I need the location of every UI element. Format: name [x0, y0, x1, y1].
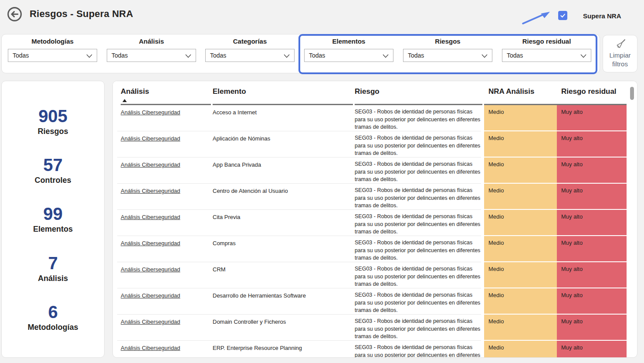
kpi-value: 6 — [28, 302, 78, 322]
filter-label: Análisis — [107, 38, 196, 45]
table-row: Análisis CiberseguridadDesarrollo de Her… — [113, 288, 637, 315]
column-header-riesgo-residual[interactable]: Riesgo residual — [557, 87, 627, 96]
riesgo-residual-cell: Muy alto — [557, 105, 627, 131]
table-body: Análisis CiberseguridadAcceso a Internet… — [113, 105, 637, 358]
chevron-down-icon — [86, 54, 92, 58]
column-header-elemento[interactable]: Elemento — [213, 87, 348, 96]
checkmark-icon — [559, 12, 566, 19]
analisis-link[interactable]: Análisis Ciberseguridad — [121, 214, 180, 220]
riesgo-cell: SEG03 - Robos de identidad de personas f… — [355, 291, 482, 315]
elemento-cell: CRM — [213, 266, 226, 273]
dropdown-value: Todas — [507, 52, 523, 59]
table-row: Análisis CiberseguridadAcceso a Internet… — [113, 105, 637, 131]
filter-group-riesgo-residual: Riesgo residualTodas — [502, 38, 591, 62]
kpi-card-metodologías: 6Metodologías — [28, 302, 78, 332]
chevron-down-icon — [481, 54, 488, 58]
analisis-link[interactable]: Análisis Ciberseguridad — [121, 188, 180, 194]
nra-analisis-cell: Medio — [484, 158, 557, 183]
nra-analisis-cell: Medio — [484, 210, 557, 236]
kpi-panel: 905Riesgos57Controles99Elementos7Análisi… — [1, 81, 105, 358]
riesgo-residual-cell: Muy alto — [557, 236, 627, 262]
riesgo-residual-cell: Muy alto — [557, 210, 627, 236]
clear-filters-button[interactable]: Limpiar filtros — [603, 35, 637, 72]
nra-analisis-cell: Medio — [484, 105, 557, 131]
elemento-cell: Domain Controller y Ficheros — [213, 318, 286, 325]
table-scrollbar-thumb[interactable] — [630, 87, 634, 100]
kpi-label: Metodologías — [28, 323, 78, 332]
nra-analisis-cell: Medio — [484, 184, 557, 209]
analisis-link[interactable]: Análisis Ciberseguridad — [121, 240, 180, 247]
table-row: Análisis CiberseguridadComprasSEG03 - Ro… — [113, 236, 637, 262]
chevron-down-icon — [580, 54, 586, 58]
dropdown-value: Todas — [408, 52, 424, 59]
riesgo-cell: SEG03 - Robos de identidad de personas f… — [355, 265, 482, 288]
filter-dropdown[interactable]: Todas — [502, 49, 591, 62]
analisis-link[interactable]: Análisis Ciberseguridad — [121, 266, 180, 273]
filter-dropdown[interactable]: Todas — [8, 49, 97, 62]
riesgo-residual-cell: Muy alto — [557, 341, 627, 358]
elemento-cell: ERP. Enterprise Resource Planning — [213, 345, 302, 351]
filter-label: Elementos — [304, 38, 393, 45]
supera-nra-checkbox[interactable] — [558, 11, 567, 20]
nra-analisis-cell: Medio — [484, 315, 557, 340]
table-row: Análisis CiberseguridadApp Banca Privada… — [113, 158, 637, 184]
analisis-link[interactable]: Análisis Ciberseguridad — [121, 318, 180, 325]
analisis-link[interactable]: Análisis Ciberseguridad — [121, 135, 180, 142]
riesgo-residual-cell: Muy alto — [557, 131, 627, 157]
filter-label: Categorías — [205, 38, 295, 45]
riesgo-cell: SEG03 - Robos de identidad de personas f… — [355, 161, 482, 184]
back-button[interactable] — [7, 6, 23, 22]
riesgo-cell: SEG03 - Robos de identidad de personas f… — [355, 134, 482, 158]
filter-group-elementos: ElementosTodas — [304, 38, 393, 62]
filter-group-metodologías: MetodologíasTodas — [8, 38, 97, 62]
riesgo-residual-cell: Muy alto — [557, 288, 627, 314]
riesgo-cell: SEG03 - Robos de identidad de personas f… — [355, 213, 482, 236]
table-row: Análisis CiberseguridadCentro de Atenció… — [113, 184, 637, 210]
kpi-value: 57 — [34, 155, 71, 175]
elemento-cell: Compras — [213, 240, 236, 247]
column-header-análisis[interactable]: Análisis — [121, 87, 208, 96]
dropdown-value: Todas — [13, 52, 29, 59]
kpi-card-controles: 57Controles — [34, 155, 71, 185]
analisis-link[interactable]: Análisis Ciberseguridad — [121, 161, 180, 168]
kpi-card-análisis: 7Análisis — [38, 253, 68, 283]
filter-dropdown[interactable]: Todas — [304, 49, 393, 62]
filter-dropdown[interactable]: Todas — [107, 49, 196, 62]
elemento-cell: Cita Previa — [213, 214, 241, 220]
kpi-label: Análisis — [38, 274, 68, 283]
chevron-down-icon — [284, 54, 290, 58]
nra-analisis-cell: Medio — [484, 236, 557, 262]
chevron-down-icon — [383, 54, 389, 58]
elemento-cell: Aplicación de Nóminas — [213, 135, 270, 142]
kpi-value: 7 — [38, 253, 68, 273]
analisis-link[interactable]: Análisis Ciberseguridad — [121, 109, 180, 116]
nra-analisis-cell: Medio — [484, 341, 557, 358]
filter-label: Metodologías — [8, 38, 97, 45]
sort-ascending-icon — [122, 99, 127, 102]
dropdown-value: Todas — [210, 52, 226, 59]
page-title: Riesgos - Supera NRA — [30, 8, 133, 20]
analisis-link[interactable]: Análisis Ciberseguridad — [121, 292, 180, 299]
filter-group-categorías: CategoríasTodas — [205, 38, 295, 62]
filter-dropdown[interactable]: Todas — [205, 49, 295, 62]
riesgo-residual-cell: Muy alto — [557, 315, 627, 340]
riesgo-residual-cell: Muy alto — [557, 158, 627, 183]
nra-analisis-cell: Medio — [484, 131, 557, 157]
table-row: Análisis CiberseguridadDomain Controller… — [113, 315, 637, 341]
nra-analisis-cell: Medio — [484, 288, 557, 314]
column-header-riesgo[interactable]: Riesgo — [355, 87, 481, 96]
risk-table: AnálisisElementoRiesgoNRA AnálisisRiesgo… — [112, 81, 637, 358]
filter-label: Riesgo residual — [502, 38, 591, 45]
kpi-value: 905 — [37, 106, 68, 126]
riesgo-cell: SEG03 - Robos de identidad de personas f… — [355, 344, 482, 358]
kpi-card-elementos: 99Elementos — [33, 204, 73, 234]
riesgo-cell: SEG03 - Robos de identidad de personas f… — [355, 108, 482, 131]
dropdown-value: Todas — [309, 52, 325, 59]
kpi-card-riesgos: 905Riesgos — [37, 106, 68, 136]
annotation-arrow-icon — [521, 9, 552, 26]
analisis-link[interactable]: Análisis Ciberseguridad — [121, 345, 180, 351]
table-row: Análisis CiberseguridadCita PreviaSEG03 … — [113, 210, 637, 236]
filter-dropdown[interactable]: Todas — [403, 49, 492, 62]
arrow-left-circle-icon — [7, 6, 23, 22]
column-header-nra-análisis[interactable]: NRA Análisis — [484, 87, 557, 96]
